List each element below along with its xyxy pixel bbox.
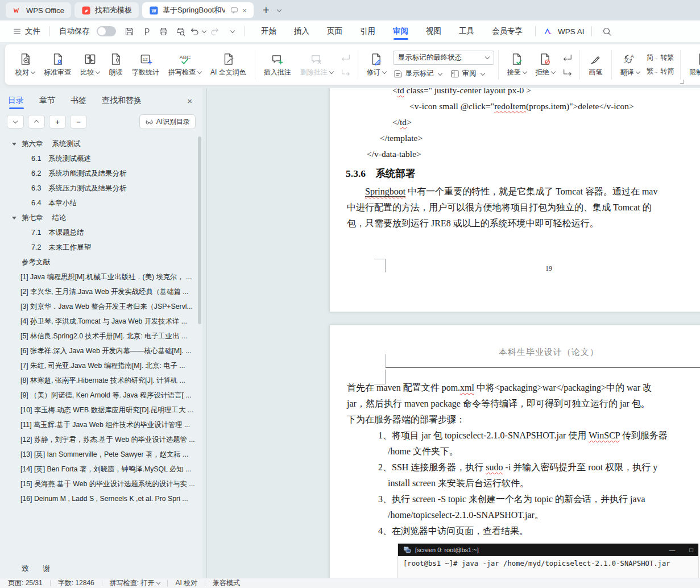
toc-item-acknowledgements[interactable]: 致 谢 (22, 564, 50, 574)
toc-item[interactable]: [10] 李玉梅.动态 WEB 数据库应用研究[D].昆明理工大 ... (0, 403, 197, 417)
tab-docer-templates[interactable]: 找稻壳模板 (74, 2, 139, 18)
toc-item-label: 6.3 系统压力测试及结果分析 (31, 184, 126, 193)
toc-item[interactable]: 7.1 本课题总结 (0, 225, 197, 240)
sidebar-tab-bookmarks[interactable]: 书签 (71, 89, 86, 112)
translate-button[interactable]: 文A翻译 (616, 49, 644, 80)
redo-button[interactable] (206, 24, 223, 39)
tab-list-chevron-icon[interactable] (276, 7, 281, 12)
toc-expand-button[interactable] (7, 115, 24, 129)
compare-button[interactable]: 比较 (76, 49, 104, 80)
expand-triangle-icon[interactable] (12, 217, 16, 220)
insert-comment-button[interactable]: 插入批注 (259, 49, 296, 80)
menu-item-7[interactable]: 会员专享 (491, 22, 524, 41)
sidebar-scrollbar[interactable] (198, 136, 201, 324)
toc-item[interactable]: [3] 刘京华．Java Web 整合开发王者归来（JSP+Servl... (0, 299, 197, 314)
toc-item[interactable]: 6.3 系统压力测试及结果分析 (0, 181, 197, 196)
print-preview-button[interactable] (172, 24, 189, 39)
ai-recognize-toc-button[interactable]: AI识别目录 (139, 114, 196, 129)
toc-zoom-in-button[interactable]: + (49, 115, 66, 129)
menu-item-1[interactable]: 插入 (293, 22, 310, 41)
tab-current-document[interactable]: W 基于SpringBoot和VUE的学生 × (142, 2, 254, 18)
toc-item[interactable]: [6] 张孝祥.深入 Java Web 开发内幕——核心基础[M]. ... (0, 343, 197, 358)
delete-comment-button[interactable]: 删除批注 (296, 49, 338, 80)
toc-item[interactable]: [1] Java 编程思想[M].机械工业出版社．(美) 埃克尔， ... (0, 270, 197, 284)
toc-item[interactable]: 6.4 本章小结 (0, 196, 197, 210)
page-indicator[interactable]: 页面: 25/31 (8, 578, 43, 588)
read-aloud-button[interactable]: 朗读 (104, 49, 127, 80)
spell-check-button[interactable]: ABC拼写检查 (164, 49, 206, 80)
toc-item[interactable]: 6.1 系统测试概述 (0, 151, 197, 166)
wps-ai-button[interactable]: WPS AI (544, 26, 585, 37)
search-button[interactable] (599, 24, 616, 39)
menu-item-4[interactable]: 审阅 (392, 22, 409, 41)
word-count-indicator[interactable]: 字数: 12846 (58, 578, 94, 588)
new-tab-button[interactable]: + (263, 5, 270, 16)
sidebar-tab-chapters[interactable]: 章节 (39, 89, 55, 112)
document-page-20[interactable]: 本科生毕业设计（论文） 首先在 maven 配置文件 pom.xml 中将<pa… (330, 325, 700, 578)
next-comment-button[interactable] (339, 67, 353, 78)
track-changes-button[interactable]: 修订 (362, 49, 391, 80)
prev-change-button[interactable] (561, 52, 574, 63)
svg-text:文: 文 (624, 56, 629, 63)
show-markup-button[interactable]: 显示标记 (393, 69, 442, 79)
chat-icon[interactable] (230, 6, 239, 15)
to-traditional-button[interactable]: 简→转繁 (647, 53, 674, 63)
review-pane-button[interactable]: 审阅 (450, 69, 484, 79)
toc-item[interactable]: 7.2 未来工作展望 (0, 240, 197, 255)
toc-chapter-item[interactable]: 第七章 结论 (0, 210, 197, 225)
toc-item[interactable]: [14] [英] Ben Forta 著，刘晓霞，钟鸣泽.MySQL 必知 ..… (0, 462, 197, 477)
toc-chapter-item[interactable]: 第六章 系统测试 (0, 136, 197, 151)
more-commands-button[interactable] (223, 24, 240, 39)
menu-item-6[interactable]: 工具 (458, 22, 475, 41)
menu-item-5[interactable]: 视图 (425, 22, 442, 41)
reject-button[interactable]: 拒绝 (531, 49, 560, 80)
toc-item[interactable]: [7] 朱红, 司光亚.Java Web 编程指南[M]. 北京: 电子 ... (0, 358, 197, 373)
standard-review-button[interactable]: 标准审查 (39, 49, 76, 80)
sidebar-tab-toc[interactable]: 目录 (8, 89, 24, 112)
toc-collapse-button[interactable] (28, 115, 45, 129)
tab-wps-office[interactable]: WPS Office (6, 2, 71, 18)
word-count-button[interactable]: 12字数统计 (127, 49, 164, 80)
sidebar-close-icon[interactable]: × (185, 95, 194, 107)
toc-item[interactable]: [13] [英] Ian Sommerville，Pete Sawyer 著，赵… (0, 447, 197, 462)
restrict-edit-button[interactable]: 限制编辑 (685, 49, 700, 80)
expand-triangle-icon[interactable] (12, 143, 16, 146)
toc-item[interactable]: [16] Deinum M , Ladd S , Serneels K ,et … (0, 491, 197, 506)
ai-proofread-status[interactable]: AI 校对 (175, 578, 197, 588)
to-simplified-button[interactable]: 繁→转简 (647, 67, 674, 76)
export-pdf-button[interactable] (138, 24, 155, 39)
toc-item[interactable]: [2] 李兴华, 王月清.Java Web 开发实战经典（基础篇 ... (0, 284, 197, 299)
sidebar-tab-find-replace[interactable]: 查找和替换 (102, 89, 142, 112)
toc-item[interactable]: [15] 吴海燕.基于 Web 的毕业设计选题系统的设计与实 ... (0, 477, 197, 491)
menu-item-0[interactable]: 开始 (260, 22, 277, 41)
markup-state-select[interactable]: 显示标记的最终状态 (393, 51, 494, 65)
next-change-button[interactable] (561, 67, 574, 78)
ai-polish-button[interactable]: AI 全文润色 (206, 49, 251, 80)
document-canvas[interactable]: <td class=" justify-center layout px-0 >… (207, 88, 700, 578)
document-page-19[interactable]: <td class=" justify-center layout px-0 >… (330, 88, 700, 312)
spell-check-status[interactable]: 拼写检查: 打开 (110, 578, 155, 588)
toc-item[interactable]: [5] 林信良.Spring2.0 技术手册[M]. 北京: 电子工业出 ... (0, 329, 197, 343)
toc-item[interactable]: [8] 林寒超, 张南平.Hibernate 技术的研究[J]. 计算机 ... (0, 373, 197, 388)
toc-item[interactable]: [9] （美）阿诺德, Ken Arnold 等. Java 程序设计语言[ .… (0, 388, 197, 403)
file-menu-button[interactable]: 文件 (8, 26, 45, 36)
accept-button[interactable]: 接受 (503, 49, 531, 80)
menu-item-2[interactable]: 页面 (326, 22, 343, 41)
undo-button[interactable] (189, 24, 206, 39)
pen-button[interactable]: 画笔 (584, 49, 607, 80)
toc-item[interactable]: 6.2 系统功能测试及结果分析 (0, 166, 197, 181)
autosave-toggle[interactable] (97, 26, 116, 36)
toc-zoom-out-button[interactable]: − (70, 115, 87, 129)
save-button[interactable] (121, 24, 138, 39)
toc-item[interactable]: [12] 苏静，刘宇君，苏杰.基于 Web 的毕业设计选题管 ... (0, 432, 197, 447)
autosave-control[interactable]: 自动保存 (55, 26, 121, 36)
toc-item[interactable]: [4] 孙卫琴, 李洪成.Tomcat 与 Java Web 开发技术详 ... (0, 314, 197, 329)
dialog-launcher-icon[interactable] (680, 80, 684, 84)
prev-comment-button[interactable] (339, 52, 353, 63)
toc-item[interactable]: [11] 葛玉辉.基于 Java Web 组件技术的毕业设计管理 ... (0, 417, 197, 432)
menu-item-3[interactable]: 引用 (359, 22, 376, 41)
proofread-button[interactable]: 校对 (11, 49, 39, 80)
print-button[interactable] (155, 24, 172, 39)
close-tab-icon[interactable]: × (242, 6, 247, 15)
toc-item[interactable]: 参考文献 (0, 255, 197, 270)
